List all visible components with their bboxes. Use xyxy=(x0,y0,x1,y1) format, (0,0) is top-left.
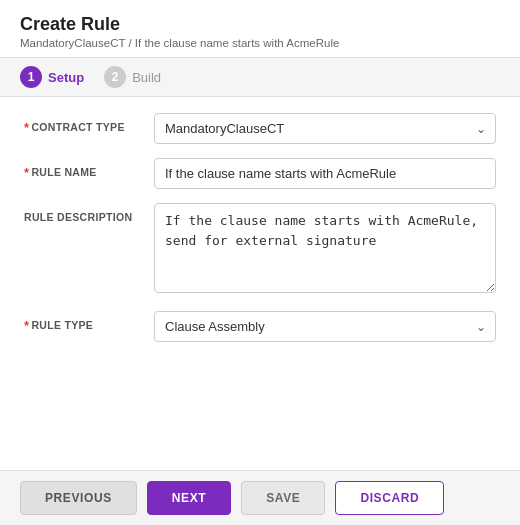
rule-description-textarea[interactable]: If the clause name starts with <span cla… xyxy=(154,203,496,293)
rule-type-select[interactable]: Clause Assembly xyxy=(154,311,496,342)
steps-bar: 1 Setup 2 Build xyxy=(0,58,520,97)
rule-type-field: Clause Assembly ⌄ xyxy=(154,311,496,342)
rule-type-row: * RULE TYPE Clause Assembly ⌄ xyxy=(24,311,496,342)
required-star-1: * xyxy=(24,121,29,134)
rule-description-label: RULE DESCRIPTION xyxy=(24,203,154,223)
required-star-3: * xyxy=(24,319,29,332)
contract-type-label: * CONTRACT TYPE xyxy=(24,113,154,134)
contract-type-row: * CONTRACT TYPE MandatoryClauseCT ⌄ xyxy=(24,113,496,144)
step-1-label: Setup xyxy=(48,70,84,85)
rule-name-label: * RULE NAME xyxy=(24,158,154,179)
rule-name-field xyxy=(154,158,496,189)
step-1[interactable]: 1 Setup xyxy=(20,66,84,88)
rule-type-select-wrapper: Clause Assembly ⌄ xyxy=(154,311,496,342)
page-title: Create Rule xyxy=(20,14,500,35)
step-2-circle: 2 xyxy=(104,66,126,88)
rule-name-row: * RULE NAME xyxy=(24,158,496,189)
rule-description-field: If the clause name starts with <span cla… xyxy=(154,203,496,297)
contract-type-select-wrapper: MandatoryClauseCT ⌄ xyxy=(154,113,496,144)
save-button[interactable]: SAVE xyxy=(241,481,325,515)
main-content: * CONTRACT TYPE MandatoryClauseCT ⌄ * RU… xyxy=(0,97,520,470)
contract-type-field: MandatoryClauseCT ⌄ xyxy=(154,113,496,144)
step-2-label: Build xyxy=(132,70,161,85)
rule-description-row: RULE DESCRIPTION If the clause name star… xyxy=(24,203,496,297)
breadcrumb: MandatoryClauseCT / If the clause name s… xyxy=(20,37,500,49)
rule-name-input[interactable] xyxy=(154,158,496,189)
step-1-circle: 1 xyxy=(20,66,42,88)
required-star-2: * xyxy=(24,166,29,179)
footer: PREVIOUS NEXT SAVE DISCARD xyxy=(0,470,520,525)
previous-button[interactable]: PREVIOUS xyxy=(20,481,137,515)
discard-button[interactable]: DISCARD xyxy=(335,481,444,515)
contract-type-select[interactable]: MandatoryClauseCT xyxy=(154,113,496,144)
rule-type-label: * RULE TYPE xyxy=(24,311,154,332)
next-button[interactable]: NEXT xyxy=(147,481,231,515)
step-2[interactable]: 2 Build xyxy=(104,66,161,88)
